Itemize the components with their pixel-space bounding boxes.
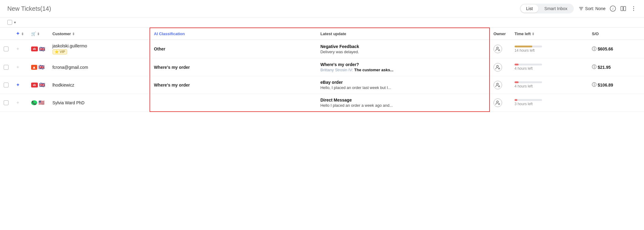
list-view-button[interactable]: List — [521, 5, 538, 13]
spark-icon: ✦ — [16, 65, 20, 70]
time-left-text: 14 hours left — [515, 48, 585, 53]
smart-inbox-button[interactable]: Smart Inbox — [539, 5, 573, 13]
platform-sort-arrows: ⇕ — [37, 32, 40, 36]
customer-name: fcrona@gmail.com — [52, 65, 146, 70]
update-title: Where's my order? — [320, 62, 486, 67]
table-row[interactable]: ✦ eb 🇬🇧 jaskolski.guillermo ⭐ VIP Other … — [0, 40, 644, 58]
update-body-text: Hello, I placed an order last week but I… — [320, 85, 391, 90]
owner-cell[interactable] — [490, 94, 511, 112]
svg-text:i: i — [612, 7, 613, 10]
add-owner-button[interactable] — [494, 63, 502, 72]
update-body-text: Delivery was delayed. — [320, 50, 359, 54]
update-body: Delivery was delayed. — [320, 50, 486, 54]
so-info-icon[interactable]: ⓘ — [592, 82, 596, 88]
info-button[interactable]: i — [610, 6, 616, 12]
table-row[interactable]: ✦ 📞 🇺🇸 Sylvia Ward PhD Direct Message He… — [0, 94, 644, 112]
owner-cell[interactable] — [490, 58, 511, 76]
person-plus-icon — [495, 65, 500, 70]
platform-cell: eb 🇬🇧 — [27, 76, 49, 94]
person-plus-icon — [495, 46, 500, 51]
whatsapp-icon: 📞 — [31, 100, 37, 105]
table-body: ✦ eb 🇬🇧 jaskolski.guillermo ⭐ VIP Other … — [0, 40, 644, 112]
svg-point-16 — [497, 101, 498, 103]
th-ai-classification[interactable]: AI Classification — [150, 28, 317, 40]
row-checkbox[interactable] — [4, 83, 9, 87]
so-cell: ⓘ $21.95 — [588, 58, 644, 76]
add-owner-button[interactable] — [494, 98, 502, 107]
sort-button[interactable]: Sort: None — [579, 6, 606, 11]
time-left-text: 3 hours left — [515, 102, 585, 106]
th-time-left[interactable]: Time left ⇕ — [511, 28, 588, 40]
sort-icon — [579, 6, 584, 11]
select-all-checkbox[interactable] — [7, 20, 12, 25]
ebay-icon: eb — [31, 83, 38, 87]
progress-bar-bg — [515, 99, 542, 101]
time-left-cell: 3 hours left — [511, 94, 588, 112]
svg-point-10 — [497, 65, 498, 67]
flag-icon: 🇬🇧 — [39, 46, 45, 52]
ebay-icon: eb — [31, 46, 38, 51]
owner-cell[interactable] — [490, 40, 511, 58]
update-body: Hello, I placed an order last week but I… — [320, 85, 486, 90]
row-checkbox[interactable] — [4, 100, 9, 105]
so-label: S/O — [592, 32, 599, 36]
update-body: Brittany Strosin IV: The customer asks..… — [320, 68, 486, 72]
so-cell — [588, 94, 644, 112]
customer-cell[interactable]: lhodkiewicz — [49, 76, 150, 94]
add-owner-button[interactable] — [494, 81, 502, 89]
flag-icon: 🇺🇸 — [38, 100, 45, 106]
row-check-cell[interactable] — [0, 40, 12, 58]
table-row[interactable]: ✦ eb 🇬🇧 lhodkiewicz Where's my order eBa… — [0, 76, 644, 94]
spark-active-icon: ✦ — [16, 82, 20, 87]
update-body: Hello I placed an order a week ago and..… — [320, 103, 486, 108]
spark-cell: ✦ — [12, 76, 27, 94]
customer-sort-arrows: ⇕ — [72, 32, 75, 36]
add-owner-button[interactable] — [494, 45, 502, 53]
time-left-label: Time left — [515, 32, 531, 36]
progress-bar-fill — [515, 81, 519, 83]
th-latest-update[interactable]: Latest update — [317, 28, 490, 40]
owner-label: Owner — [494, 32, 506, 36]
svg-point-4 — [633, 6, 634, 7]
customer-name: Sylvia Ward PhD — [52, 100, 146, 105]
progress-bar-fill — [515, 99, 517, 101]
so-amount: $106.89 — [598, 83, 613, 87]
th-owner: Owner — [490, 28, 511, 40]
ai-class-cell: Where's my order — [150, 58, 317, 76]
row-check-cell[interactable] — [0, 58, 12, 76]
select-all-area[interactable]: ▼ — [7, 20, 16, 25]
row-checkbox[interactable] — [4, 46, 9, 51]
customer-cell[interactable]: Sylvia Ward PhD — [49, 94, 150, 112]
vip-badge: ⭐ VIP — [52, 49, 67, 54]
row-check-cell[interactable] — [0, 94, 12, 112]
ticket-count: (14) — [40, 5, 51, 12]
time-left-cell: 14 hours left — [511, 40, 588, 58]
customer-name: lhodkiewicz — [52, 83, 146, 87]
info-icon: i — [610, 6, 616, 12]
svg-point-5 — [633, 8, 634, 9]
so-info-icon[interactable]: ⓘ — [592, 64, 596, 70]
owner-cell[interactable] — [490, 76, 511, 94]
customer-cell[interactable]: jaskolski.guillermo ⭐ VIP — [49, 40, 150, 58]
th-spark[interactable]: ✦ ⇕ — [12, 28, 27, 40]
customer-label: Customer — [52, 32, 71, 36]
more-button[interactable] — [631, 6, 637, 12]
columns-button[interactable] — [620, 6, 626, 12]
progress-bar-bg — [515, 64, 542, 65]
progress-bar-fill — [515, 46, 533, 47]
th-platform[interactable]: 🛒 ⇕ — [27, 28, 49, 40]
so-info-icon[interactable]: ⓘ — [592, 46, 596, 52]
row-check-cell[interactable] — [0, 76, 12, 94]
svg-rect-3 — [624, 6, 626, 11]
row-checkbox[interactable] — [4, 65, 9, 70]
time-left-cell: 4 hours left — [511, 76, 588, 94]
th-customer[interactable]: Customer ⇕ — [49, 28, 150, 40]
time-left-cell: 4 hours left — [511, 58, 588, 76]
customer-cell[interactable]: fcrona@gmail.com — [49, 58, 150, 76]
table-row[interactable]: ✦ ▲ 🇬🇧 fcrona@gmail.com Where's my order… — [0, 58, 644, 76]
th-so: S/O — [588, 28, 644, 40]
platform-cell: eb 🇬🇧 — [27, 40, 49, 58]
select-dropdown-chevron[interactable]: ▼ — [13, 21, 16, 24]
latest-update-cell: Negative Feedback Delivery was delayed. — [317, 40, 490, 58]
so-amount: $605.66 — [598, 46, 613, 51]
